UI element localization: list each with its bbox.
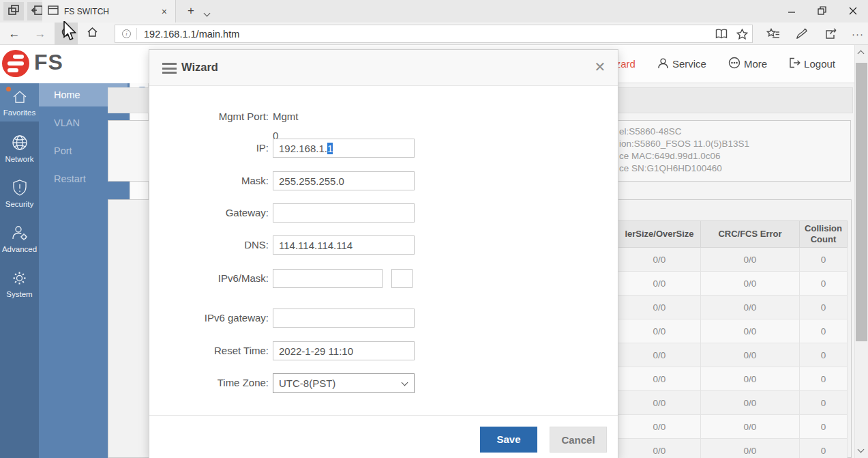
browser-tab[interactable]: FS SWITCH ×	[42, 0, 176, 23]
tab-title: FS SWITCH	[64, 7, 159, 16]
share-button[interactable]	[818, 23, 843, 45]
nav-item-system[interactable]: System	[0, 264, 39, 300]
nav-item-label: Network	[0, 155, 39, 168]
table-cell: 0/0	[618, 415, 701, 439]
service-link[interactable]: Service	[657, 57, 706, 71]
table-cell: 0	[800, 391, 848, 415]
ip-label: IP:	[149, 139, 269, 158]
reset-time-label: Reset Time:	[149, 341, 269, 360]
nav-item-label: System	[0, 290, 39, 303]
ipv6-gateway-input[interactable]	[273, 309, 415, 328]
chevron-down-icon	[402, 379, 408, 386]
new-tab-button[interactable]: +	[183, 4, 199, 18]
user-gear-icon	[11, 232, 29, 244]
browser-window: FS SWITCH × + ← → i 192.168.1.1/main.htm…	[0, 0, 868, 458]
nav-item-security[interactable]: Security	[0, 173, 39, 209]
add-favorite-star-button[interactable]	[732, 25, 752, 42]
table-cell: 0	[800, 367, 848, 391]
reset-time-input[interactable]	[273, 341, 415, 360]
table-cell: 0	[800, 248, 848, 272]
close-window-button[interactable]	[837, 0, 868, 21]
logout-link[interactable]: Logout	[789, 57, 835, 70]
url-separator	[136, 28, 137, 40]
scroll-thumb[interactable]	[856, 63, 867, 341]
device-model: el:S5860-48SC	[619, 126, 850, 138]
tab-list-chevron-button[interactable]	[205, 6, 209, 18]
table-cell: 0/0	[618, 272, 701, 296]
table-row: 0/00/00	[618, 391, 848, 415]
scroll-down-arrow[interactable]	[858, 446, 865, 453]
ipv6-input[interactable]	[273, 269, 383, 288]
restore-button[interactable]	[807, 0, 837, 21]
chevron-down-icon	[204, 10, 211, 17]
scroll-up-arrow[interactable]	[858, 51, 865, 57]
table-cell: 0/0	[701, 272, 800, 296]
ipv6-mask-input[interactable]	[391, 269, 413, 288]
reading-view-button[interactable]	[711, 25, 732, 42]
col-header-crc-fcs-error: CRC/FCS Error	[701, 220, 800, 248]
home-button[interactable]	[80, 23, 104, 45]
device-mac: ce MAC:649d.99d1.0c06	[619, 150, 850, 162]
cancel-button[interactable]: Cancel	[550, 427, 607, 453]
gear-icon	[11, 277, 28, 289]
table-row: 0/00/00	[618, 296, 848, 319]
more-link[interactable]: More	[728, 57, 767, 71]
table-cell: 0/0	[701, 319, 800, 343]
person-icon	[657, 57, 669, 71]
dns-input[interactable]	[273, 235, 415, 255]
col-header-undersize-oversize: lerSize/OverSize	[618, 220, 701, 248]
favorites-hub-button[interactable]	[761, 23, 785, 45]
settings-more-button[interactable]: ···	[845, 23, 868, 45]
time-zone-label: Time Zone:	[149, 373, 269, 392]
globe-icon	[11, 142, 29, 154]
more-circle-icon	[728, 57, 740, 71]
mask-label: Mask:	[149, 171, 269, 190]
wizard-close-button[interactable]: ✕	[592, 59, 608, 75]
wizard-dialog: Wizard ✕ Mgmt Port: Mgmt 0 IP: 192.168.1…	[149, 49, 618, 458]
site-info-icon[interactable]: i	[122, 29, 131, 38]
brand-header: FS	[0, 45, 149, 83]
nav-item-label: Favorites	[0, 109, 39, 121]
mgmt-port-label: Mgmt Port:	[149, 107, 269, 126]
mouse-cursor	[63, 21, 78, 44]
ipv6-gateway-label: IPv6 gateway:	[149, 309, 269, 328]
table-cell: 0/0	[701, 343, 800, 367]
nav-item-label: Advanced	[0, 245, 39, 258]
shield-icon	[12, 187, 28, 199]
back-button[interactable]: ←	[3, 23, 26, 45]
table-cell: 0/0	[618, 319, 701, 343]
mask-input[interactable]	[273, 171, 415, 190]
table-cell: 0/0	[618, 391, 701, 415]
table-cell: 0/0	[618, 248, 701, 272]
time-zone-select[interactable]: UTC-8(PST)	[273, 373, 415, 393]
table-cell: 0	[800, 272, 848, 296]
logo-text: FS	[34, 50, 63, 75]
page-scrollbar[interactable]	[854, 45, 868, 458]
home-icon	[11, 96, 29, 107]
save-button[interactable]: Save	[480, 427, 537, 453]
gateway-input[interactable]	[273, 203, 415, 223]
url-text[interactable]: 192.168.1.1/main.htm	[144, 29, 711, 40]
table-cell: 0	[800, 415, 848, 439]
nav-item-favorites[interactable]: Favorites	[0, 83, 39, 121]
nav-item-advanced[interactable]: Advanced	[0, 218, 39, 254]
annotate-pen-button[interactable]	[790, 23, 814, 45]
ip-input[interactable]: 192.168.1.1	[273, 139, 415, 158]
menu-icon	[162, 63, 177, 76]
tab-preview-button[interactable]	[3, 2, 24, 20]
wizard-dialog-footer: Save Cancel	[149, 415, 618, 458]
table-row: 0/00/00	[618, 272, 848, 296]
minimize-button[interactable]	[776, 0, 807, 21]
url-field[interactable]: i 192.168.1.1/main.htm	[115, 25, 753, 43]
nav-item-network[interactable]: Network	[0, 128, 39, 164]
ip-value-selection: 1	[327, 143, 333, 154]
notification-dot	[6, 87, 11, 91]
service-link-label: Service	[672, 58, 706, 70]
gateway-label: Gateway:	[149, 203, 269, 223]
dns-label: DNS:	[149, 235, 269, 255]
page-icon	[48, 5, 59, 18]
tab-close-button[interactable]: ×	[159, 6, 170, 17]
forward-button[interactable]: →	[29, 23, 52, 45]
logout-link-label: Logout	[804, 58, 835, 70]
ipv6-label: IPv6/Mask:	[149, 269, 269, 288]
